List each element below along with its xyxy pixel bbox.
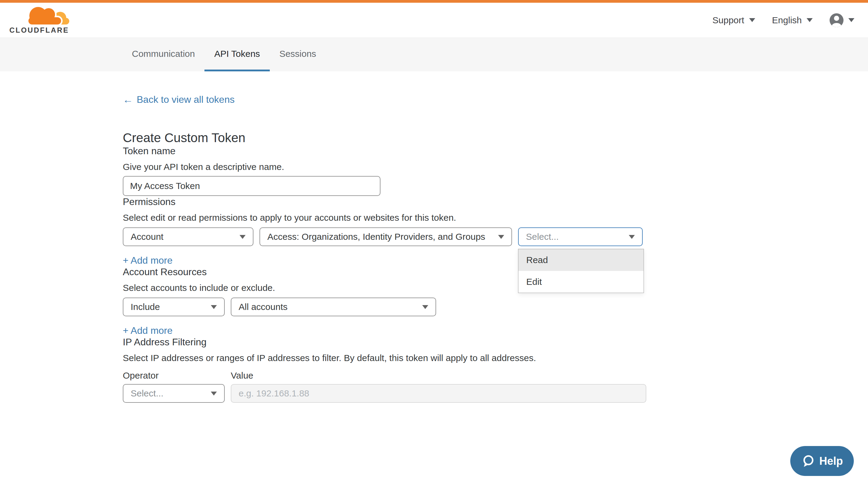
permission-level-select-wrap: Select... Read Edit bbox=[518, 227, 643, 246]
account-mode-value: Include bbox=[131, 302, 160, 312]
permission-level-placeholder: Select... bbox=[526, 232, 559, 242]
caret-down-icon bbox=[629, 235, 635, 239]
back-to-tokens-link[interactable]: ← Back to view all tokens bbox=[123, 94, 235, 105]
token-name-input[interactable] bbox=[123, 176, 380, 196]
support-menu[interactable]: Support bbox=[713, 15, 755, 25]
permission-scope-value: Account bbox=[131, 232, 163, 242]
caret-down-icon bbox=[498, 235, 504, 239]
app-header: CLOUDFLARE Support English bbox=[0, 3, 868, 38]
account-resources-row: Include All accounts bbox=[123, 297, 745, 316]
support-menu-label: Support bbox=[713, 15, 744, 25]
ip-filtering-description: Select IP addresses or ranges of IP addr… bbox=[123, 353, 745, 363]
tab-label: Sessions bbox=[279, 49, 316, 59]
operator-label: Operator bbox=[123, 370, 231, 381]
help-button-label: Help bbox=[819, 455, 843, 468]
caret-down-icon bbox=[848, 18, 855, 22]
caret-down-icon bbox=[211, 392, 217, 395]
account-resources-heading: Account Resources bbox=[123, 266, 745, 278]
menu-option-edit[interactable]: Edit bbox=[518, 271, 644, 293]
tab-label: Communication bbox=[132, 49, 195, 59]
ip-value-input[interactable] bbox=[231, 384, 646, 403]
tab-sessions[interactable]: Sessions bbox=[270, 38, 326, 71]
permission-level-select[interactable]: Select... bbox=[518, 227, 643, 246]
permissions-heading: Permissions bbox=[123, 196, 745, 207]
back-link-label: Back to view all tokens bbox=[137, 94, 235, 105]
menu-option-read[interactable]: Read bbox=[518, 249, 644, 271]
operator-select[interactable]: Select... bbox=[123, 384, 225, 403]
logo-wordmark: CLOUDFLARE bbox=[9, 26, 69, 34]
person-circle-icon bbox=[830, 13, 843, 27]
tab-bar: Communication API Tokens Sessions bbox=[0, 38, 868, 71]
permissions-row: Account Access: Organizations, Identity … bbox=[123, 227, 745, 246]
accounts-value: All accounts bbox=[239, 302, 288, 312]
account-resources-description: Select accounts to include or exclude. bbox=[123, 282, 745, 293]
caret-down-icon bbox=[240, 235, 246, 239]
speech-bubble-icon bbox=[801, 454, 815, 468]
page-title: Create Custom Token bbox=[123, 131, 745, 145]
tab-label: API Tokens bbox=[214, 49, 260, 59]
operator-placeholder: Select... bbox=[131, 388, 163, 398]
header-actions: Support English bbox=[713, 13, 868, 27]
cloudflare-logo[interactable]: CLOUDFLARE bbox=[9, 6, 71, 34]
token-name-description: Give your API token a descriptive name. bbox=[123, 161, 745, 172]
permission-resource-select[interactable]: Access: Organizations, Identity Provider… bbox=[259, 227, 512, 246]
ip-filtering-row: Select... bbox=[123, 384, 745, 403]
caret-down-icon bbox=[807, 18, 813, 22]
arrow-left-icon: ← bbox=[123, 94, 133, 105]
main-content: ← Back to view all tokens Create Custom … bbox=[0, 71, 868, 403]
tab-communication[interactable]: Communication bbox=[122, 38, 205, 71]
language-menu[interactable]: English bbox=[772, 15, 813, 25]
permissions-add-more-link[interactable]: + Add more bbox=[123, 255, 173, 266]
permission-scope-select[interactable]: Account bbox=[123, 227, 253, 246]
brand-accent-bar bbox=[0, 0, 868, 3]
permissions-description: Select edit or read permissions to apply… bbox=[123, 212, 745, 223]
cloudflare-cloud-icon bbox=[28, 7, 69, 25]
permission-resource-value: Access: Organizations, Identity Provider… bbox=[267, 232, 485, 242]
value-label: Value bbox=[231, 370, 253, 381]
help-button[interactable]: Help bbox=[790, 446, 854, 476]
token-name-heading: Token name bbox=[123, 145, 745, 157]
ip-filtering-labels: Operator Value bbox=[123, 370, 745, 381]
accounts-select[interactable]: All accounts bbox=[231, 297, 436, 316]
ip-filtering-heading: IP Address Filtering bbox=[123, 336, 745, 348]
language-menu-label: English bbox=[772, 15, 802, 25]
permission-level-menu: Read Edit bbox=[518, 249, 644, 293]
caret-down-icon bbox=[211, 305, 217, 309]
user-menu[interactable] bbox=[830, 13, 855, 27]
account-resources-add-more-link[interactable]: + Add more bbox=[123, 325, 173, 336]
caret-down-icon bbox=[422, 305, 428, 309]
tab-api-tokens[interactable]: API Tokens bbox=[205, 38, 270, 71]
account-mode-select[interactable]: Include bbox=[123, 297, 225, 316]
caret-down-icon bbox=[749, 18, 755, 22]
